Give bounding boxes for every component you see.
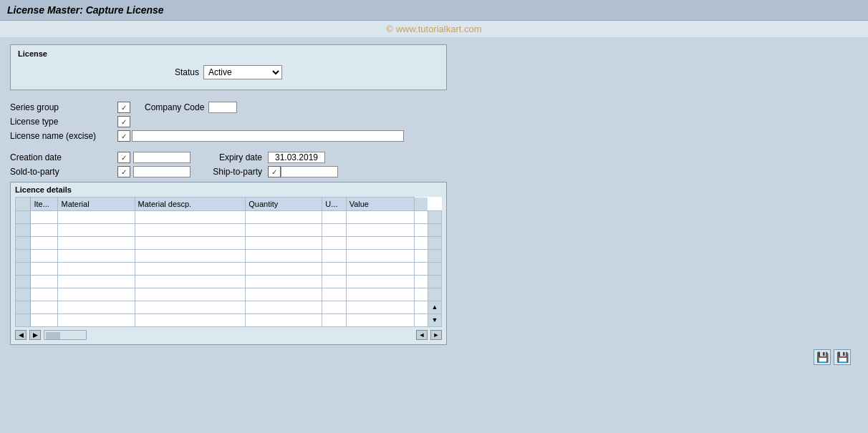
table-cell[interactable]	[322, 236, 346, 249]
license-name-input[interactable]	[132, 130, 404, 142]
table-cell[interactable]	[346, 275, 414, 288]
scroll-up-btn[interactable]: ▲	[430, 303, 440, 311]
table-cell[interactable]	[414, 223, 428, 236]
table-cell[interactable]	[322, 262, 346, 275]
row-select-btn[interactable]	[16, 223, 31, 236]
row-select-btn[interactable]	[16, 275, 31, 288]
table-cell[interactable]	[135, 313, 246, 326]
scroll-col[interactable]: ▲	[428, 301, 441, 313]
licence-table: Ite... Material Material descp. Quantity…	[15, 197, 442, 327]
creation-date-checkbox[interactable]: ✓	[117, 152, 130, 163]
table-cell[interactable]	[322, 275, 346, 288]
scroll-down-btn[interactable]: ▼	[430, 316, 440, 323]
scroll-col[interactable]: ▼	[428, 313, 441, 326]
table-cell[interactable]	[322, 249, 346, 262]
table-cell[interactable]	[322, 288, 346, 301]
table-cell[interactable]	[58, 236, 135, 249]
table-cell[interactable]	[414, 262, 428, 275]
row-select-btn[interactable]	[16, 236, 31, 249]
table-cell[interactable]	[414, 301, 428, 313]
row-select-btn[interactable]	[16, 301, 31, 313]
table-cell[interactable]	[246, 210, 322, 223]
table-cell[interactable]	[346, 249, 414, 262]
table-cell[interactable]	[322, 223, 346, 236]
table-cell[interactable]	[31, 236, 58, 249]
license-name-checkbox[interactable]: ✓	[117, 130, 130, 142]
table-cell[interactable]	[31, 313, 58, 326]
table-cell[interactable]	[31, 288, 58, 301]
table-cell[interactable]	[246, 262, 322, 275]
table-cell[interactable]	[31, 223, 58, 236]
table-cell[interactable]	[246, 249, 322, 262]
licence-details-title: Licence details	[15, 185, 442, 194]
table-cell[interactable]	[246, 288, 322, 301]
table-cell[interactable]	[135, 301, 246, 313]
table-cell[interactable]	[58, 223, 135, 236]
table-cell[interactable]	[246, 236, 322, 249]
table-cell[interactable]	[414, 288, 428, 301]
sold-to-party-checkbox[interactable]: ✓	[117, 166, 130, 177]
table-cell[interactable]	[135, 210, 246, 223]
table-cell[interactable]	[135, 275, 246, 288]
table-cell[interactable]	[31, 262, 58, 275]
table-cell[interactable]	[346, 262, 414, 275]
row-select-btn[interactable]	[16, 288, 31, 301]
table-cell[interactable]	[322, 301, 346, 313]
scroll-col	[428, 236, 441, 249]
status-select[interactable]: Active Inactive	[203, 65, 282, 79]
ship-to-party-input[interactable]	[281, 166, 338, 177]
table-cell[interactable]	[246, 313, 322, 326]
table-cell[interactable]	[58, 301, 135, 313]
table-cell[interactable]	[346, 210, 414, 223]
row-select-btn[interactable]	[16, 262, 31, 275]
table-cell[interactable]	[414, 313, 428, 326]
table-row	[16, 249, 442, 262]
table-cell[interactable]	[346, 313, 414, 326]
series-group-row: Series group ✓ Company Code	[10, 102, 858, 113]
ship-to-party-checkbox[interactable]: ✓	[268, 166, 281, 177]
table-cell[interactable]	[58, 313, 135, 326]
scroll-left-btn[interactable]: ◄	[416, 330, 428, 340]
table-cell[interactable]	[31, 301, 58, 313]
table-cell[interactable]	[346, 288, 414, 301]
table-cell[interactable]	[414, 236, 428, 249]
scroll-right-btn[interactable]: ►	[430, 330, 442, 340]
table-cell[interactable]	[322, 313, 346, 326]
table-cell[interactable]	[246, 275, 322, 288]
expiry-date-input[interactable]: 31.03.2019	[268, 152, 325, 163]
row-select-btn[interactable]	[16, 249, 31, 262]
creation-date-input[interactable]	[133, 152, 191, 163]
company-code-input[interactable]	[208, 102, 237, 113]
table-cell[interactable]	[246, 301, 322, 313]
table-cell[interactable]	[346, 223, 414, 236]
table-cell[interactable]	[346, 236, 414, 249]
table-cell[interactable]	[135, 288, 246, 301]
table-cell[interactable]	[135, 262, 246, 275]
table-cell[interactable]	[58, 262, 135, 275]
table-cell[interactable]	[246, 223, 322, 236]
table-cell[interactable]	[135, 223, 246, 236]
save-button[interactable]: 💾	[814, 349, 831, 365]
table-cell[interactable]	[31, 210, 58, 223]
table-cell[interactable]	[31, 249, 58, 262]
table-cell[interactable]	[135, 236, 246, 249]
table-cell[interactable]	[31, 275, 58, 288]
table-cell[interactable]	[414, 275, 428, 288]
sold-to-party-input[interactable]	[133, 166, 191, 177]
save2-button[interactable]: 💾	[834, 349, 851, 365]
series-group-checkbox[interactable]: ✓	[117, 102, 130, 113]
table-cell[interactable]	[414, 210, 428, 223]
nav-next-btn[interactable]: ▶	[29, 330, 41, 340]
row-select-btn[interactable]	[16, 210, 31, 223]
table-cell[interactable]	[414, 249, 428, 262]
nav-prev-btn[interactable]: ◀	[15, 330, 26, 340]
table-cell[interactable]	[135, 249, 246, 262]
table-cell[interactable]	[58, 288, 135, 301]
row-select-btn[interactable]	[16, 313, 31, 326]
table-cell[interactable]	[346, 301, 414, 313]
table-cell[interactable]	[58, 275, 135, 288]
table-cell[interactable]	[58, 210, 135, 223]
table-cell[interactable]	[322, 210, 346, 223]
license-type-checkbox[interactable]: ✓	[117, 116, 130, 127]
table-cell[interactable]	[58, 249, 135, 262]
